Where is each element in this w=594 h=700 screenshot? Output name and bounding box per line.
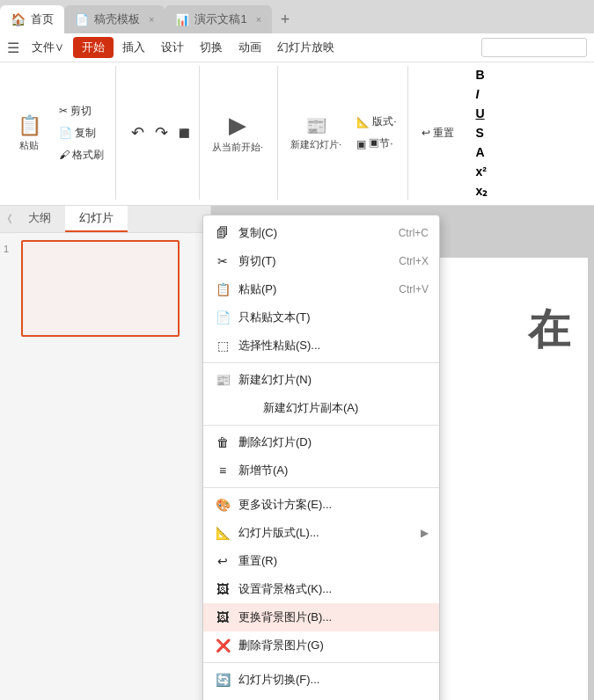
format-brush-label: 格式刷 (72, 148, 104, 163)
panel-tab-outline[interactable]: 大纲 (14, 206, 65, 232)
reset-label: 重置 (433, 126, 454, 141)
panel-tab-slides[interactable]: 幻灯片 (65, 206, 128, 232)
menu-design[interactable]: 设计 (154, 37, 191, 58)
menu-animation[interactable]: 动画 (231, 37, 268, 58)
ctx-cut[interactable]: ✂ 剪切(T) Ctrl+X (203, 247, 439, 275)
redo-button[interactable]: ↷ (150, 120, 172, 145)
ctx-new-slide[interactable]: 📰 新建幻灯片(N) (203, 366, 439, 394)
ctx-paste-shortcut: Ctrl+V (399, 283, 429, 295)
menu-switch[interactable]: 切换 (193, 37, 230, 58)
slide-number: 1 (4, 240, 18, 254)
tab-template[interactable]: 📄 稿壳模板 × (64, 5, 165, 33)
ctx-divider-3 (203, 487, 439, 488)
bold-button[interactable]: B (471, 66, 492, 84)
tab-presentation[interactable]: 📊 演示文稿1 × (165, 5, 272, 33)
slide-switch-ctx-icon: 🔄 (214, 671, 231, 689)
strikethrough-button[interactable]: S (471, 124, 492, 142)
cut-copy-group: ✂ 剪切 📄 复制 🖌 格式刷 (55, 101, 108, 165)
change-bg-ctx-icon: 🖼 (214, 609, 231, 626)
ctx-copy[interactable]: 🗐 复制(C) Ctrl+C (203, 219, 439, 247)
ctx-copy-label: 复制(C) (238, 225, 392, 241)
superscript-button[interactable]: x² (471, 163, 492, 180)
paste-ctx-icon: 📋 (214, 281, 231, 298)
bold-italic-group: B I U S A x² x₂ (467, 66, 495, 200)
slide-format-ctx-icon: 📐 (214, 524, 231, 542)
ctx-slide-format[interactable]: 📐 幻灯片版式(L)... ▶ (203, 519, 439, 547)
ctx-delete-slide[interactable]: 🗑 删除幻灯片(D) (203, 428, 439, 456)
ctx-slide-switch-label: 幻灯片切换(F)... (238, 672, 429, 688)
ctx-cut-shortcut: Ctrl+X (399, 255, 429, 267)
menu-home[interactable]: 开始 (73, 37, 114, 58)
ctx-hide-slide[interactable]: 👁 隐藏幻灯片(I) (203, 694, 439, 700)
ctx-paste[interactable]: 📋 粘贴(P) Ctrl+V (203, 275, 439, 303)
ctx-change-bg[interactable]: 🖼 更换背景图片(B)... (203, 603, 439, 631)
play-from-current-button[interactable]: ▶ 从当前开始· (205, 108, 270, 157)
cut-button[interactable]: ✂ 剪切 (55, 101, 108, 121)
ctx-slide-format-label: 幻灯片版式(L)... (238, 525, 414, 541)
ctx-divider-4 (203, 662, 439, 663)
tab-home[interactable]: 🏠 首页 (0, 5, 64, 33)
add-tab-button[interactable]: + (272, 5, 298, 33)
copy-ctx-icon: 🗐 (214, 224, 231, 242)
ctx-delete-bg[interactable]: ❌ 删除背景图片(G) (203, 631, 439, 660)
new-slide-copy-ctx-icon (214, 399, 231, 417)
copy-label: 复制 (75, 126, 96, 141)
tab-template-label: 稿壳模板 (94, 11, 140, 27)
copy-button[interactable]: 📄 复制 (55, 123, 108, 143)
menu-file[interactable]: 文件∨ (25, 37, 71, 58)
ctx-more-design[interactable]: 🎨 更多设计方案(E)... (203, 491, 439, 519)
ctx-new-slide-label: 新建幻灯片(N) (238, 372, 429, 388)
delete-bg-ctx-icon: ❌ (214, 637, 231, 654)
underline-button[interactable]: U (471, 105, 492, 122)
home-tab-icon: 🏠 (11, 12, 26, 26)
format-label: 版式· (372, 114, 396, 129)
play-from-current-label: 从当前开始· (212, 141, 263, 154)
ctx-divider-2 (203, 425, 439, 426)
format-dropdown[interactable] (481, 38, 587, 57)
ctx-slide-switch[interactable]: 🔄 幻灯片切换(F)... (203, 666, 439, 694)
reset-button[interactable]: ↩ 重置 (417, 123, 458, 143)
reset-icon: ↩ (422, 127, 430, 139)
subscript-button[interactable]: x₂ (471, 182, 492, 200)
tab-template-close[interactable]: × (149, 14, 154, 25)
left-panel: 《 大纲 幻灯片 1 (0, 206, 211, 700)
format-icon: 📐 (356, 116, 370, 128)
delete-slide-ctx-icon: 🗑 (214, 434, 231, 451)
slide-content-text: 在 (528, 302, 570, 358)
section-button[interactable]: ▣ ▣节· (352, 134, 400, 154)
ctx-bg-format[interactable]: 🖼 设置背景格式(K)... (203, 575, 439, 603)
undo-redo-group: ↶ ↷ ⬛ (121, 66, 200, 200)
format-button[interactable]: 📐 版式· (352, 112, 400, 132)
panel-collapse-button[interactable]: 《 (0, 206, 14, 232)
slide-list: 1 (0, 233, 210, 351)
italic-button[interactable]: I (471, 85, 492, 103)
panel-tabs: 《 大纲 幻灯片 (0, 206, 210, 233)
new-slide-group: 📰 新建幻灯片· 📐 版式· ▣ ▣节· (283, 66, 408, 200)
copy-icon: 📄 (59, 127, 72, 139)
ribbon-toolbar: 📋 粘贴 ✂ 剪切 📄 复制 🖌 格式刷 ↶ ↷ (0, 62, 594, 205)
ctx-copy-shortcut: Ctrl+C (399, 227, 429, 239)
bg-format-ctx-icon: 🖼 (214, 580, 231, 598)
ctx-new-slide-copy[interactable]: 新建幻灯片副本(A) (203, 394, 439, 422)
hamburger-icon[interactable]: ☰ (7, 40, 19, 56)
paste-button[interactable]: 📋 粘贴 (7, 111, 51, 156)
text-format-group: ↩ 重置 B I U S A x² x₂ (414, 66, 502, 200)
ctx-new-section[interactable]: ≡ 新增节(A) (203, 456, 439, 485)
reset-group: ↩ 重置 (414, 123, 462, 143)
ctx-change-bg-label: 更换背景图片(B)... (238, 609, 429, 625)
format-brush-button[interactable]: 🖌 格式刷 (55, 145, 108, 165)
ctx-reset[interactable]: ↩ 重置(R) (203, 547, 439, 575)
slide-thumbnail[interactable] (21, 240, 180, 337)
menu-insert[interactable]: 插入 (115, 37, 152, 58)
undo-button[interactable]: ↶ (127, 120, 149, 145)
ctx-selective-paste[interactable]: ⬚ 选择性粘贴(S)... (203, 332, 439, 360)
tab-presentation-close[interactable]: × (256, 14, 261, 25)
more-undo-button[interactable]: ⬛ (174, 126, 194, 141)
paste-text-ctx-icon: 📄 (214, 309, 231, 326)
color-button[interactable]: A (471, 143, 492, 161)
menu-slideshow[interactable]: 幻灯片放映 (270, 37, 341, 58)
tab-home-label: 首页 (31, 11, 54, 27)
ctx-paste-text[interactable]: 📄 只粘贴文本(T) (203, 303, 439, 332)
new-slide-button[interactable]: 📰 新建幻灯片· (283, 112, 348, 155)
section-label: ▣节· (369, 136, 392, 151)
